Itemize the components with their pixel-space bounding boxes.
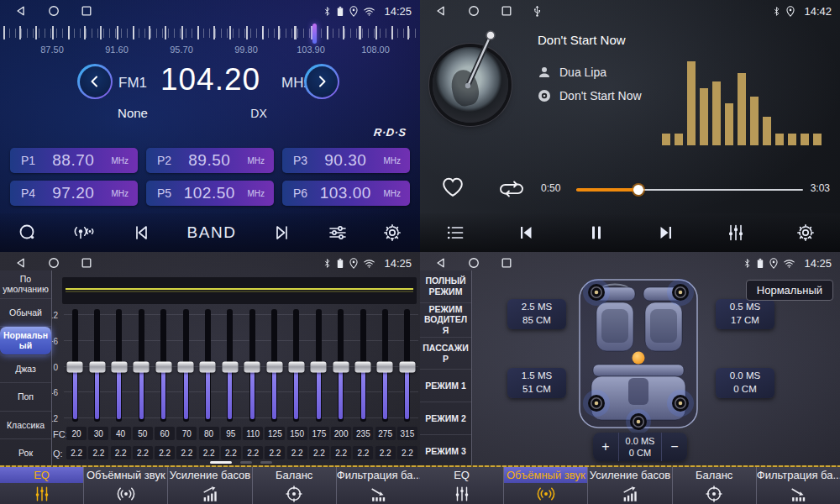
- slider-handle[interactable]: [111, 362, 127, 373]
- q-value[interactable]: 2.2: [397, 446, 417, 459]
- fc-value[interactable]: 150: [287, 427, 307, 440]
- q-value[interactable]: 2.2: [88, 446, 108, 459]
- delay-front-left[interactable]: 2.5 MS 85 CM: [507, 299, 566, 329]
- previous-station-icon[interactable]: [130, 223, 152, 243]
- page-dot[interactable]: [260, 461, 272, 464]
- seek-up-button[interactable]: [304, 64, 339, 99]
- fc-value[interactable]: 125: [265, 427, 285, 440]
- fc-value[interactable]: 110: [243, 427, 263, 440]
- q-value[interactable]: 2.2: [331, 446, 351, 459]
- eq-band-slider[interactable]: [241, 309, 263, 422]
- eq-band-slider[interactable]: [197, 309, 218, 422]
- slider-handle[interactable]: [134, 362, 150, 373]
- page-dot[interactable]: [240, 461, 252, 464]
- eq-band-slider[interactable]: [374, 309, 396, 422]
- dx-indicator[interactable]: DX: [234, 107, 284, 120]
- listening-mode-item[interactable]: РЕЖИМ 1: [420, 370, 471, 402]
- eq-preset-item[interactable]: По умолчанию: [0, 270, 51, 299]
- pause-icon[interactable]: [586, 223, 606, 243]
- progress-knob[interactable]: [633, 185, 643, 195]
- broadcast-icon[interactable]: [72, 223, 96, 243]
- slider-handle[interactable]: [355, 362, 371, 373]
- q-value[interactable]: 2.2: [111, 446, 131, 459]
- preset-button[interactable]: P289.50MHz: [146, 148, 274, 173]
- band-button[interactable]: BAND: [187, 223, 237, 242]
- tab-bass-boost[interactable]: Усиление басов: [588, 467, 672, 504]
- frequency-pointer[interactable]: [312, 24, 317, 44]
- fc-value[interactable]: 60: [155, 427, 175, 440]
- preset-button[interactable]: P390.30MHz: [282, 148, 410, 173]
- slider-handle[interactable]: [89, 362, 105, 373]
- listening-mode-item[interactable]: ПОЛНЫЙ РЕЖИМ: [420, 270, 471, 303]
- tab-bass-boost[interactable]: Усиление басов: [168, 467, 252, 504]
- fc-value[interactable]: 70: [176, 427, 197, 440]
- slider-handle[interactable]: [155, 362, 171, 373]
- playlist-icon[interactable]: [444, 223, 466, 243]
- listening-mode-item[interactable]: РЕЖИМ 3: [420, 435, 471, 467]
- eq-band-slider[interactable]: [352, 309, 374, 422]
- tab-balance[interactable]: Баланс: [253, 467, 337, 504]
- settings-gear-icon[interactable]: [382, 223, 402, 243]
- fc-value[interactable]: 50: [133, 427, 153, 440]
- tab-balance[interactable]: Баланс: [673, 467, 757, 504]
- slider-handle[interactable]: [244, 362, 260, 373]
- fc-value[interactable]: 275: [375, 427, 396, 440]
- preset-button[interactable]: P5102.50MHz: [146, 181, 274, 206]
- fc-value[interactable]: 235: [353, 427, 373, 440]
- q-value[interactable]: 2.2: [375, 446, 396, 459]
- slider-handle[interactable]: [67, 362, 83, 373]
- eq-band-slider[interactable]: [64, 309, 86, 422]
- settings-gear-icon[interactable]: [795, 223, 816, 243]
- delay-front-right[interactable]: 0.5 MS 17 CM: [716, 299, 774, 329]
- fc-value[interactable]: 315: [397, 427, 417, 440]
- fc-value[interactable]: 40: [111, 427, 131, 440]
- home-icon[interactable]: [48, 5, 60, 17]
- slider-handle[interactable]: [288, 362, 304, 373]
- back-icon[interactable]: [15, 5, 27, 17]
- eq-preset-item[interactable]: Классика: [0, 412, 51, 440]
- listening-mode-item[interactable]: ПАССАЖИР: [420, 338, 471, 370]
- equalizer-icon[interactable]: [726, 223, 746, 243]
- page-dot-active[interactable]: [210, 461, 232, 464]
- q-value[interactable]: 2.2: [287, 446, 307, 459]
- increase-delay-button[interactable]: +: [593, 433, 618, 461]
- recents-icon[interactable]: [81, 257, 92, 269]
- progress-bar[interactable]: [576, 186, 803, 193]
- recents-icon[interactable]: [501, 5, 512, 17]
- tab-surround-sound[interactable]: Объёмный звук: [504, 467, 588, 504]
- fc-value[interactable]: 175: [309, 427, 329, 440]
- eq-preset-item[interactable]: Рок: [0, 439, 51, 467]
- slider-handle[interactable]: [311, 362, 327, 373]
- q-value[interactable]: 2.2: [155, 446, 175, 459]
- audio-settings-icon[interactable]: [328, 223, 348, 243]
- preset-button[interactable]: P188.70MHz: [10, 148, 138, 173]
- slider-handle[interactable]: [178, 362, 194, 373]
- q-value[interactable]: 2.2: [221, 446, 241, 459]
- fc-value[interactable]: 20: [66, 427, 87, 440]
- eq-preset-item[interactable]: Обычай: [0, 299, 51, 328]
- eq-band-slider[interactable]: [286, 309, 307, 422]
- eq-preset-item[interactable]: Поп: [0, 383, 51, 412]
- q-value[interactable]: 2.2: [176, 446, 197, 459]
- slider-handle[interactable]: [200, 362, 216, 373]
- tab-filter[interactable]: Фильтрация ба...: [337, 467, 420, 504]
- eq-band-slider[interactable]: [175, 309, 197, 422]
- eq-band-slider[interactable]: [307, 309, 329, 422]
- delay-rear-left[interactable]: 1.5 MS 51 CM: [507, 368, 566, 398]
- eq-band-slider[interactable]: [396, 309, 418, 422]
- page-indicator[interactable]: [210, 461, 272, 464]
- next-track-icon[interactable]: [655, 223, 677, 243]
- tab-eq[interactable]: EQ: [0, 467, 84, 504]
- home-icon[interactable]: [468, 5, 480, 17]
- current-mode-button[interactable]: Нормальный: [746, 280, 833, 301]
- home-icon[interactable]: [48, 257, 60, 269]
- eq-band-slider[interactable]: [86, 309, 108, 422]
- eq-preset-item[interactable]: Джаз: [0, 355, 51, 384]
- fc-value[interactable]: 95: [221, 427, 241, 440]
- eq-preset-item[interactable]: Нормальный: [0, 327, 51, 355]
- back-icon[interactable]: [15, 257, 27, 269]
- fc-value[interactable]: 80: [199, 427, 219, 440]
- preset-button[interactable]: P6103.00MHz: [282, 181, 410, 206]
- recents-icon[interactable]: [501, 257, 512, 269]
- scan-icon[interactable]: [18, 223, 38, 243]
